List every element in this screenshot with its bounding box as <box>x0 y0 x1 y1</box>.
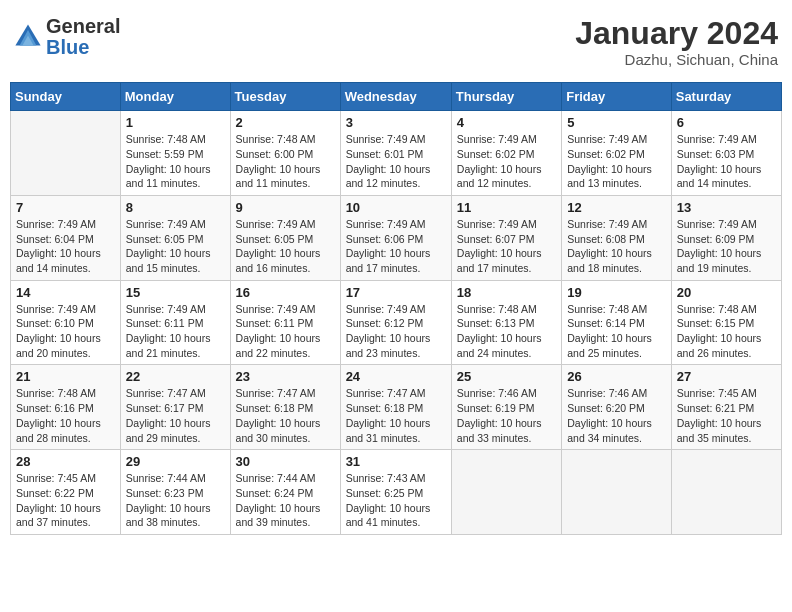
day-number: 27 <box>677 369 776 384</box>
day-number: 22 <box>126 369 225 384</box>
day-number: 21 <box>16 369 115 384</box>
day-info: Sunrise: 7:49 AM Sunset: 6:05 PM Dayligh… <box>236 217 335 276</box>
day-number: 12 <box>567 200 666 215</box>
day-number: 28 <box>16 454 115 469</box>
calendar-header-row: SundayMondayTuesdayWednesdayThursdayFrid… <box>11 83 782 111</box>
day-info: Sunrise: 7:49 AM Sunset: 6:04 PM Dayligh… <box>16 217 115 276</box>
day-info: Sunrise: 7:49 AM Sunset: 6:12 PM Dayligh… <box>346 302 446 361</box>
day-cell: 1Sunrise: 7:48 AM Sunset: 5:59 PM Daylig… <box>120 111 230 196</box>
day-info: Sunrise: 7:49 AM Sunset: 6:02 PM Dayligh… <box>457 132 556 191</box>
day-cell: 19Sunrise: 7:48 AM Sunset: 6:14 PM Dayli… <box>562 280 672 365</box>
logo-blue: Blue <box>46 36 89 58</box>
day-cell: 6Sunrise: 7:49 AM Sunset: 6:03 PM Daylig… <box>671 111 781 196</box>
day-info: Sunrise: 7:49 AM Sunset: 6:03 PM Dayligh… <box>677 132 776 191</box>
day-number: 4 <box>457 115 556 130</box>
day-number: 17 <box>346 285 446 300</box>
day-cell: 7Sunrise: 7:49 AM Sunset: 6:04 PM Daylig… <box>11 195 121 280</box>
day-info: Sunrise: 7:45 AM Sunset: 6:21 PM Dayligh… <box>677 386 776 445</box>
day-info: Sunrise: 7:49 AM Sunset: 6:11 PM Dayligh… <box>126 302 225 361</box>
day-cell: 27Sunrise: 7:45 AM Sunset: 6:21 PM Dayli… <box>671 365 781 450</box>
day-cell: 9Sunrise: 7:49 AM Sunset: 6:05 PM Daylig… <box>230 195 340 280</box>
day-cell: 2Sunrise: 7:48 AM Sunset: 6:00 PM Daylig… <box>230 111 340 196</box>
day-cell: 20Sunrise: 7:48 AM Sunset: 6:15 PM Dayli… <box>671 280 781 365</box>
col-header-friday: Friday <box>562 83 672 111</box>
day-info: Sunrise: 7:49 AM Sunset: 6:09 PM Dayligh… <box>677 217 776 276</box>
day-number: 19 <box>567 285 666 300</box>
day-number: 24 <box>346 369 446 384</box>
day-number: 14 <box>16 285 115 300</box>
col-header-sunday: Sunday <box>11 83 121 111</box>
day-number: 31 <box>346 454 446 469</box>
day-cell <box>451 450 561 535</box>
day-cell: 26Sunrise: 7:46 AM Sunset: 6:20 PM Dayli… <box>562 365 672 450</box>
day-cell: 17Sunrise: 7:49 AM Sunset: 6:12 PM Dayli… <box>340 280 451 365</box>
day-cell: 11Sunrise: 7:49 AM Sunset: 6:07 PM Dayli… <box>451 195 561 280</box>
day-cell: 22Sunrise: 7:47 AM Sunset: 6:17 PM Dayli… <box>120 365 230 450</box>
day-number: 5 <box>567 115 666 130</box>
day-info: Sunrise: 7:49 AM Sunset: 6:05 PM Dayligh… <box>126 217 225 276</box>
day-info: Sunrise: 7:49 AM Sunset: 6:02 PM Dayligh… <box>567 132 666 191</box>
day-cell: 13Sunrise: 7:49 AM Sunset: 6:09 PM Dayli… <box>671 195 781 280</box>
day-number: 7 <box>16 200 115 215</box>
day-info: Sunrise: 7:46 AM Sunset: 6:20 PM Dayligh… <box>567 386 666 445</box>
month-year: January 2024 <box>575 16 778 51</box>
day-info: Sunrise: 7:48 AM Sunset: 6:15 PM Dayligh… <box>677 302 776 361</box>
day-number: 8 <box>126 200 225 215</box>
day-cell: 5Sunrise: 7:49 AM Sunset: 6:02 PM Daylig… <box>562 111 672 196</box>
day-cell: 12Sunrise: 7:49 AM Sunset: 6:08 PM Dayli… <box>562 195 672 280</box>
col-header-thursday: Thursday <box>451 83 561 111</box>
page-header: General Blue January 2024 Dazhu, Sichuan… <box>10 10 782 74</box>
day-cell: 8Sunrise: 7:49 AM Sunset: 6:05 PM Daylig… <box>120 195 230 280</box>
day-number: 26 <box>567 369 666 384</box>
day-info: Sunrise: 7:44 AM Sunset: 6:24 PM Dayligh… <box>236 471 335 530</box>
day-cell <box>11 111 121 196</box>
logo-text: General Blue <box>46 16 120 58</box>
day-info: Sunrise: 7:48 AM Sunset: 6:16 PM Dayligh… <box>16 386 115 445</box>
day-info: Sunrise: 7:45 AM Sunset: 6:22 PM Dayligh… <box>16 471 115 530</box>
day-info: Sunrise: 7:48 AM Sunset: 6:00 PM Dayligh… <box>236 132 335 191</box>
col-header-tuesday: Tuesday <box>230 83 340 111</box>
day-cell: 16Sunrise: 7:49 AM Sunset: 6:11 PM Dayli… <box>230 280 340 365</box>
day-cell: 15Sunrise: 7:49 AM Sunset: 6:11 PM Dayli… <box>120 280 230 365</box>
day-number: 18 <box>457 285 556 300</box>
day-cell <box>562 450 672 535</box>
day-cell: 14Sunrise: 7:49 AM Sunset: 6:10 PM Dayli… <box>11 280 121 365</box>
day-cell: 10Sunrise: 7:49 AM Sunset: 6:06 PM Dayli… <box>340 195 451 280</box>
day-number: 1 <box>126 115 225 130</box>
day-number: 11 <box>457 200 556 215</box>
day-info: Sunrise: 7:49 AM Sunset: 6:06 PM Dayligh… <box>346 217 446 276</box>
day-number: 2 <box>236 115 335 130</box>
week-row-2: 7Sunrise: 7:49 AM Sunset: 6:04 PM Daylig… <box>11 195 782 280</box>
day-info: Sunrise: 7:47 AM Sunset: 6:18 PM Dayligh… <box>346 386 446 445</box>
day-info: Sunrise: 7:49 AM Sunset: 6:07 PM Dayligh… <box>457 217 556 276</box>
day-number: 25 <box>457 369 556 384</box>
day-cell: 24Sunrise: 7:47 AM Sunset: 6:18 PM Dayli… <box>340 365 451 450</box>
day-number: 6 <box>677 115 776 130</box>
day-info: Sunrise: 7:49 AM Sunset: 6:01 PM Dayligh… <box>346 132 446 191</box>
week-row-3: 14Sunrise: 7:49 AM Sunset: 6:10 PM Dayli… <box>11 280 782 365</box>
day-cell: 28Sunrise: 7:45 AM Sunset: 6:22 PM Dayli… <box>11 450 121 535</box>
day-cell <box>671 450 781 535</box>
day-number: 23 <box>236 369 335 384</box>
logo-icon <box>14 23 42 51</box>
day-number: 30 <box>236 454 335 469</box>
day-number: 16 <box>236 285 335 300</box>
day-cell: 29Sunrise: 7:44 AM Sunset: 6:23 PM Dayli… <box>120 450 230 535</box>
day-info: Sunrise: 7:49 AM Sunset: 6:11 PM Dayligh… <box>236 302 335 361</box>
day-info: Sunrise: 7:48 AM Sunset: 5:59 PM Dayligh… <box>126 132 225 191</box>
col-header-wednesday: Wednesday <box>340 83 451 111</box>
day-cell: 31Sunrise: 7:43 AM Sunset: 6:25 PM Dayli… <box>340 450 451 535</box>
day-number: 9 <box>236 200 335 215</box>
day-number: 3 <box>346 115 446 130</box>
location: Dazhu, Sichuan, China <box>575 51 778 68</box>
week-row-5: 28Sunrise: 7:45 AM Sunset: 6:22 PM Dayli… <box>11 450 782 535</box>
day-cell: 25Sunrise: 7:46 AM Sunset: 6:19 PM Dayli… <box>451 365 561 450</box>
calendar-table: SundayMondayTuesdayWednesdayThursdayFrid… <box>10 82 782 535</box>
day-number: 29 <box>126 454 225 469</box>
logo: General Blue <box>14 16 120 58</box>
col-header-monday: Monday <box>120 83 230 111</box>
day-cell: 23Sunrise: 7:47 AM Sunset: 6:18 PM Dayli… <box>230 365 340 450</box>
day-cell: 18Sunrise: 7:48 AM Sunset: 6:13 PM Dayli… <box>451 280 561 365</box>
day-cell: 30Sunrise: 7:44 AM Sunset: 6:24 PM Dayli… <box>230 450 340 535</box>
col-header-saturday: Saturday <box>671 83 781 111</box>
